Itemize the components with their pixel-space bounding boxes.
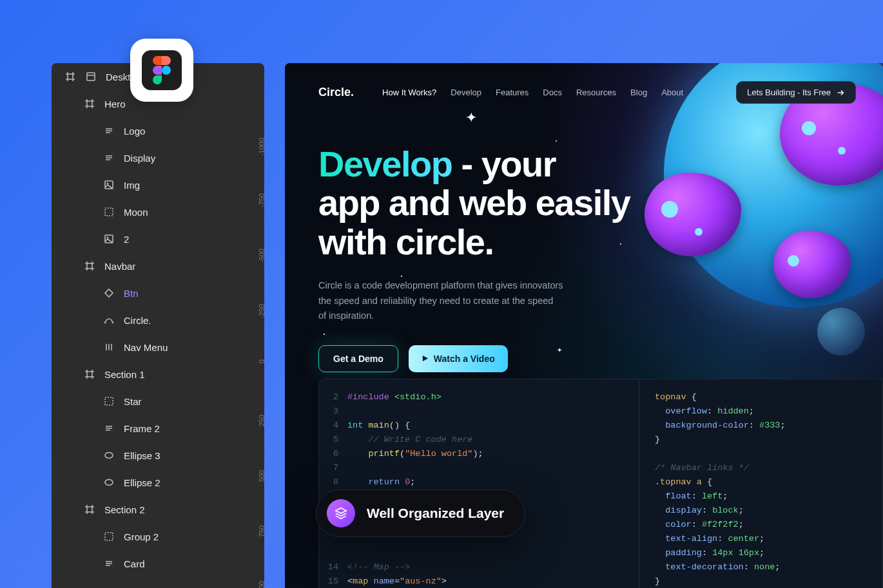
nav-link[interactable]: Docs: [543, 88, 562, 97]
svg-rect-9: [105, 397, 113, 405]
code-line: 8 return 0;: [319, 475, 627, 489]
layer-label: Nav Menu: [124, 342, 168, 353]
ellipse-icon: [103, 450, 115, 461]
cta-button[interactable]: Lets Building - Its Free: [736, 81, 856, 104]
group-icon: [103, 395, 115, 407]
layer-label: Section 2: [104, 504, 145, 515]
brand-logo[interactable]: Circle.: [318, 86, 354, 99]
small-planet: [817, 308, 865, 356]
code-line: 14<!-- Map -->: [319, 560, 627, 574]
layer-item[interactable]: Navbar: [52, 252, 264, 280]
image-icon: [103, 233, 115, 245]
play-icon: [422, 355, 429, 362]
svg-point-0: [162, 66, 171, 75]
code-line: float: left;: [655, 489, 867, 503]
arrow-right-icon: [836, 88, 845, 97]
nav-link[interactable]: Features: [496, 88, 529, 97]
code-line: overflow: hidden;: [655, 404, 867, 418]
nav-link[interactable]: Blog: [630, 88, 647, 97]
layout-icon: [85, 71, 97, 82]
hero-section: Develop - your app and web easily with c…: [285, 104, 697, 372]
layer-item[interactable]: Moon: [52, 198, 264, 225]
frame-icon: [84, 504, 95, 515]
layer-label: Card: [124, 558, 145, 569]
layer-label: Display: [124, 153, 155, 164]
svg-point-8: [112, 322, 114, 324]
code-line: /* Navbar links */: [655, 460, 867, 475]
layer-label: Img: [124, 180, 140, 191]
code-left-pane[interactable]: 2#include <stdio.h>34int main() {5 // Wr…: [318, 379, 639, 588]
layer-item[interactable]: Display: [52, 144, 264, 171]
layer-item[interactable]: Star: [52, 388, 264, 415]
figma-logo-icon: [142, 50, 182, 90]
layer-item[interactable]: Circle.: [52, 307, 264, 334]
layer-item[interactable]: Btn: [52, 280, 264, 307]
watch-video-button[interactable]: Watch a Video: [409, 345, 508, 372]
layer-item[interactable]: 2: [52, 225, 264, 252]
code-editor: 2#include <stdio.h>34int main() {5 // Wr…: [318, 379, 883, 588]
layer-label: 2: [124, 234, 129, 245]
group-icon: [103, 206, 115, 218]
nav-link[interactable]: About: [661, 88, 683, 97]
code-line: 6 printf("Hello world");: [319, 446, 627, 460]
layer-item[interactable]: Ellipse 2: [52, 469, 264, 496]
svg-point-6: [107, 237, 109, 239]
layer-item[interactable]: Img: [52, 171, 264, 198]
code-line: color: #f2f2f2;: [655, 517, 867, 531]
layer-label: Hero: [104, 99, 126, 109]
svg-point-7: [104, 322, 106, 324]
code-line: background-color: #333;: [655, 418, 867, 432]
code-line: [655, 446, 867, 460]
layer-label: Frame 2: [124, 423, 160, 434]
nav-link[interactable]: How It Works?: [382, 88, 436, 97]
code-line: text-decoration: none;: [655, 560, 867, 574]
get-demo-button[interactable]: Get a Demo: [318, 345, 398, 372]
layer-item[interactable]: Nav Menu: [52, 334, 264, 361]
code-line: [319, 545, 627, 560]
layer-label: Star: [124, 396, 142, 407]
layer-item[interactable]: Card: [52, 550, 264, 577]
code-line: 4int main() {: [319, 418, 627, 432]
bars-icon: [103, 341, 115, 353]
hero-headline: Develop - your app and web easily with c…: [318, 145, 664, 261]
text-icon: [103, 125, 115, 137]
svg-rect-12: [105, 533, 113, 540]
nav-link[interactable]: Resources: [576, 88, 616, 97]
code-right-pane[interactable]: topnav { overflow: hidden; background-co…: [639, 379, 883, 588]
code-line: text-align: center;: [655, 531, 867, 545]
code-line: padding: 14px 16px;: [655, 545, 867, 560]
code-line: 15<map name="aus-nz">: [319, 574, 627, 588]
layer-item[interactable]: Logo: [52, 117, 264, 144]
layer-item[interactable]: Section 1: [52, 361, 264, 388]
text-icon: [103, 558, 115, 569]
organized-layer-label: Well Organized Layer: [367, 506, 504, 521]
code-line: 2#include <stdio.h>: [319, 390, 627, 404]
hero-subtitle: Circle is a code development platform th…: [318, 278, 563, 323]
layer-label: Ellipse 2: [124, 477, 160, 488]
hero-accent: Develop: [318, 144, 452, 184]
frame-icon: [84, 260, 95, 272]
layer-label: Moon: [124, 207, 148, 218]
frame-icon: [64, 71, 76, 82]
layer-label: Ellipse 3: [124, 450, 160, 461]
layer-item[interactable]: Frame 2: [52, 415, 264, 442]
layers-stack-icon: [327, 499, 355, 527]
layer-item[interactable]: Ellipse 3: [52, 442, 264, 469]
layer-label: Section 1: [104, 369, 145, 380]
layer-label: Group 2: [124, 531, 159, 542]
svg-point-11: [105, 480, 113, 486]
code-line: 3: [319, 404, 627, 418]
diamond-icon: [103, 287, 115, 299]
code-line: 7: [319, 460, 627, 475]
layer-item[interactable]: Section 2: [52, 496, 264, 523]
layer-label: Logo: [124, 126, 145, 137]
nav-link[interactable]: Develop: [451, 88, 481, 97]
code-line: display: block;: [655, 503, 867, 517]
frame-icon: [84, 368, 95, 380]
layer-label: Circle.: [124, 315, 151, 326]
svg-rect-1: [87, 73, 95, 81]
layer-item[interactable]: Group 2: [52, 523, 264, 550]
code-line: }: [655, 574, 867, 588]
cta-label: Lets Building - Its Free: [747, 88, 831, 97]
ruler-tick: 1000: [258, 581, 264, 588]
